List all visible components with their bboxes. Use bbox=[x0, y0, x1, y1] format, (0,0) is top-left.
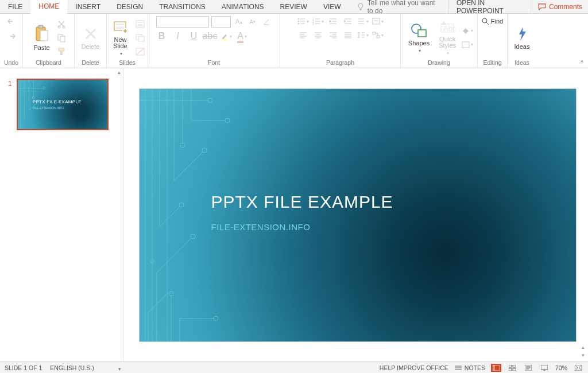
shapes-label: Shapes bbox=[408, 40, 430, 46]
collapse-ribbon-button[interactable]: ^ bbox=[581, 60, 583, 66]
decrease-indent-button[interactable] bbox=[327, 16, 339, 26]
svg-rect-74 bbox=[509, 365, 512, 367]
svg-line-53 bbox=[174, 152, 203, 181]
find-button[interactable]: Find bbox=[482, 16, 503, 26]
group-label-paragraph: Paragraph bbox=[326, 59, 354, 67]
reading-view-button[interactable] bbox=[523, 364, 533, 372]
notes-button[interactable]: NOTES bbox=[454, 364, 485, 371]
shape-outline-button[interactable] bbox=[462, 40, 473, 50]
hide-slide-button[interactable] bbox=[134, 46, 146, 57]
notes-label: NOTES bbox=[465, 364, 485, 371]
duplicate-slide-button[interactable] bbox=[134, 33, 146, 43]
bold-button[interactable]: B bbox=[156, 31, 168, 41]
vertical-scrollbar[interactable]: ▴ ▾ bbox=[579, 68, 587, 362]
zoom-level[interactable]: 70% bbox=[555, 364, 567, 371]
comment-icon bbox=[538, 3, 546, 10]
align-right-button[interactable] bbox=[327, 30, 339, 40]
new-slide-button[interactable]: New Slide bbox=[109, 18, 132, 57]
slide-thumbnails-panel: ▴ 1 PPTX FILE EXAMPLE FILE-EXTENSION.INF… bbox=[0, 68, 123, 362]
font-color-button[interactable]: A bbox=[237, 31, 248, 41]
numbering-button[interactable]: 123 bbox=[312, 16, 324, 26]
align-left-button[interactable] bbox=[297, 30, 309, 40]
svg-point-59 bbox=[225, 118, 230, 123]
align-center-button[interactable] bbox=[312, 30, 324, 40]
tell-me-search[interactable]: Tell me what you want to do bbox=[349, 0, 448, 13]
font-size-input[interactable] bbox=[211, 16, 231, 28]
lightbulb-icon bbox=[357, 3, 364, 11]
splitter-handle-top[interactable]: ▴ bbox=[115, 69, 123, 75]
thumbnail-title: PPTX FILE EXAMPLE bbox=[33, 99, 82, 104]
tab-design[interactable]: DESIGN bbox=[109, 0, 151, 13]
format-painter-button[interactable] bbox=[56, 46, 67, 57]
comments-button[interactable]: Comments bbox=[532, 0, 588, 13]
text-direction-button[interactable] bbox=[357, 16, 369, 26]
open-in-powerpoint[interactable]: OPEN IN POWERPOINT bbox=[448, 0, 532, 13]
svg-rect-11 bbox=[116, 24, 124, 25]
tab-review[interactable]: REVIEW bbox=[272, 0, 315, 13]
font-name-input[interactable] bbox=[156, 16, 209, 28]
svg-point-61 bbox=[208, 98, 212, 103]
group-label-delete: Delete bbox=[82, 59, 99, 67]
svg-rect-76 bbox=[509, 368, 512, 371]
redo-button[interactable] bbox=[6, 31, 17, 41]
cut-button[interactable] bbox=[56, 19, 67, 29]
svg-point-50 bbox=[179, 203, 184, 207]
tab-animations[interactable]: ANIMATIONS bbox=[214, 0, 272, 13]
shapes-button[interactable]: Shapes bbox=[405, 21, 433, 55]
circuit-decoration-icon bbox=[18, 80, 107, 130]
svg-rect-7 bbox=[60, 36, 65, 42]
status-language[interactable]: ENGLISH (U.S.) bbox=[50, 364, 94, 371]
svg-rect-75 bbox=[513, 365, 516, 367]
paste-button[interactable]: Paste bbox=[30, 24, 53, 52]
chevron-up-icon: ^ bbox=[581, 60, 583, 66]
justify-button[interactable] bbox=[342, 30, 354, 40]
normal-view-button[interactable] bbox=[491, 364, 501, 372]
slideshow-view-button[interactable] bbox=[539, 364, 550, 372]
new-slide-label: New Slide bbox=[113, 37, 127, 49]
increase-indent-button[interactable] bbox=[342, 16, 354, 26]
shape-fill-button[interactable] bbox=[462, 26, 473, 36]
underline-button[interactable]: U bbox=[188, 31, 200, 41]
group-label-editing: Editing bbox=[483, 59, 501, 67]
svg-point-64 bbox=[191, 234, 195, 239]
line-spacing-button[interactable] bbox=[357, 30, 369, 40]
svg-point-21 bbox=[297, 18, 299, 20]
slide-thumbnail-1[interactable]: PPTX FILE EXAMPLE FILE-EXTENSION.INFO bbox=[17, 79, 109, 130]
italic-button[interactable]: I bbox=[172, 31, 184, 41]
notes-icon bbox=[454, 365, 462, 371]
splitter-handle-bottom[interactable]: ▾ bbox=[115, 366, 123, 372]
highlight-button[interactable] bbox=[220, 31, 232, 41]
slide-title[interactable]: PPTX FILE EXAMPLE bbox=[211, 192, 393, 212]
prev-slide-button[interactable]: ▴ bbox=[582, 344, 585, 350]
delete-button[interactable]: Delete bbox=[78, 25, 103, 51]
clear-format-button[interactable] bbox=[261, 17, 272, 27]
tab-view[interactable]: VIEW bbox=[315, 0, 349, 13]
tab-file[interactable]: FILE bbox=[0, 0, 30, 13]
fit-to-window-button[interactable] bbox=[573, 364, 583, 372]
undo-button[interactable] bbox=[6, 16, 17, 26]
copy-button[interactable] bbox=[56, 33, 67, 43]
strikethrough-button[interactable]: abc bbox=[204, 31, 216, 41]
new-slide-icon bbox=[113, 19, 129, 35]
ideas-button[interactable]: Ideas bbox=[511, 25, 533, 51]
quick-styles-button[interactable]: Abc Quick Styles bbox=[435, 18, 459, 57]
help-improve-link[interactable]: HELP IMPROVE OFFICE bbox=[380, 364, 448, 371]
next-slide-button[interactable]: ▾ bbox=[582, 352, 585, 358]
svg-rect-34 bbox=[462, 42, 469, 48]
svg-point-35 bbox=[482, 18, 487, 23]
tab-transitions[interactable]: TRANSITIONS bbox=[151, 0, 214, 13]
tab-insert[interactable]: INSERT bbox=[67, 0, 109, 13]
layout-button[interactable] bbox=[134, 19, 146, 29]
slide-canvas[interactable]: PPTX FILE EXAMPLE FILE-EXTENSION.INFO bbox=[140, 89, 576, 341]
quick-styles-label: Quick Styles bbox=[439, 36, 456, 49]
slide-sorter-view-button[interactable] bbox=[507, 364, 517, 372]
shrink-font-button[interactable]: A▾ bbox=[247, 17, 258, 27]
svg-line-71 bbox=[148, 293, 168, 313]
svg-rect-9 bbox=[60, 51, 63, 55]
convert-smartart-button[interactable] bbox=[372, 30, 384, 40]
slide-subtitle[interactable]: FILE-EXTENSION.INFO bbox=[211, 222, 311, 232]
tab-home[interactable]: HOME bbox=[30, 0, 67, 14]
grow-font-button[interactable]: A▴ bbox=[233, 17, 245, 27]
align-text-button[interactable] bbox=[372, 16, 384, 26]
bullets-button[interactable] bbox=[297, 16, 309, 26]
